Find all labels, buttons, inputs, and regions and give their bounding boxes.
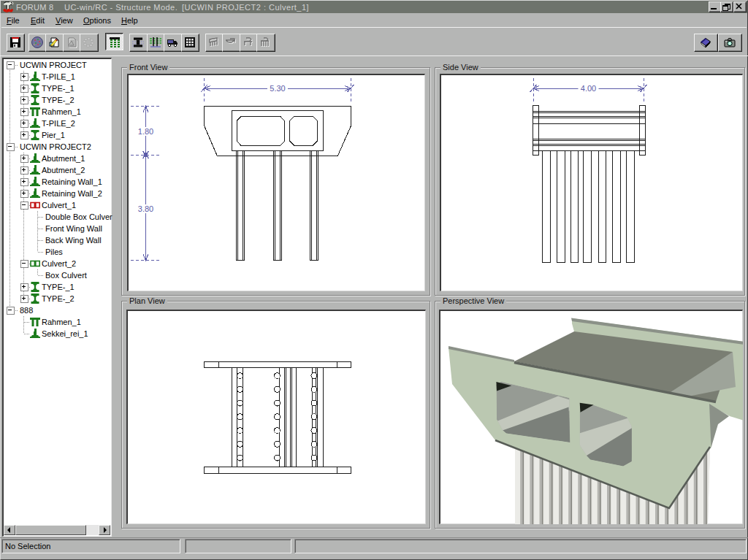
svg-text:4.00: 4.00	[581, 84, 596, 93]
svg-text:1.80: 1.80	[138, 127, 153, 136]
svg-text:5.30: 5.30	[270, 84, 285, 93]
svg-text:3.80: 3.80	[138, 204, 153, 213]
